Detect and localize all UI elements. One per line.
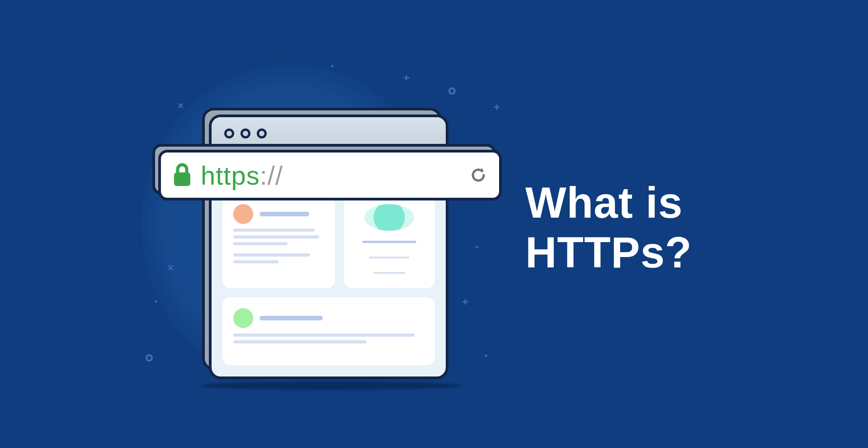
avatar-icon bbox=[233, 204, 253, 224]
address-bar: https:// bbox=[158, 150, 502, 200]
x-icon bbox=[167, 263, 174, 273]
ring-icon bbox=[146, 354, 153, 362]
https-text: https bbox=[201, 161, 260, 190]
lock-icon bbox=[172, 162, 193, 188]
headline-line-1: What is bbox=[525, 178, 692, 228]
dot-icon bbox=[485, 354, 487, 357]
headline-line-2: HTTPs? bbox=[525, 228, 692, 277]
reload-icon bbox=[468, 165, 488, 185]
dot-icon bbox=[155, 300, 157, 303]
content-card bbox=[222, 297, 435, 365]
ring-icon bbox=[448, 87, 456, 95]
dot-icon bbox=[476, 246, 478, 248]
plus-icon bbox=[403, 71, 410, 84]
x-icon bbox=[177, 101, 184, 111]
protocol-separator: :// bbox=[260, 161, 283, 190]
url-protocol: https:// bbox=[201, 160, 283, 191]
avatar-icon bbox=[233, 308, 253, 328]
window-control-icon bbox=[224, 129, 234, 138]
window-control-icon bbox=[257, 129, 267, 138]
dot-icon bbox=[331, 65, 334, 67]
plus-icon bbox=[494, 101, 500, 114]
browser-shadow bbox=[200, 381, 462, 390]
content-card bbox=[344, 193, 435, 288]
content-card bbox=[222, 193, 335, 288]
profile-circle-icon bbox=[364, 204, 414, 231]
svg-rect-0 bbox=[174, 172, 190, 186]
window-control-icon bbox=[241, 129, 250, 138]
headline: What is HTTPs? bbox=[525, 178, 692, 278]
plus-icon bbox=[462, 295, 468, 308]
